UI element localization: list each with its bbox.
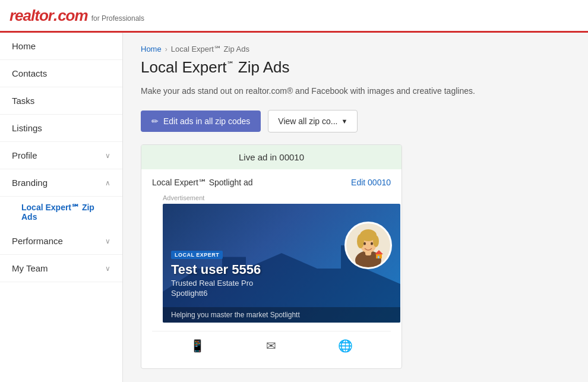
logo-dot: .	[53, 7, 58, 25]
chevron-down-icon: ∨	[105, 264, 110, 273]
sidebar-item-tasks-label: Tasks	[12, 96, 34, 106]
chevron-up-icon: ∧	[105, 179, 110, 187]
local-expert-badge: LOCAL EXPERT	[171, 251, 223, 259]
ad-tagline-line1: Trusted Real Estate Pro	[171, 279, 392, 288]
breadcrumb-current: Local Expert℠ Zip Ads	[171, 45, 249, 53]
sidebar-item-listings[interactable]: Listings	[0, 115, 122, 142]
spotlight-label: Local Expert℠ Spotlight ad	[152, 178, 253, 187]
ad-card: Live ad in 00010 Local Expert℠ Spotlight…	[141, 144, 402, 369]
email-icon[interactable]: ✉	[266, 339, 276, 353]
logo-for-professionals: for Professionals	[91, 14, 144, 23]
ad-footer-text: Helping you master the market Spotlightt	[163, 307, 400, 323]
pencil-icon: ✏	[151, 116, 159, 126]
breadcrumb: Home › Local Expert℠ Zip Ads	[141, 45, 570, 53]
sidebar: Home Contacts Tasks Listings Profile ∨ B…	[0, 33, 123, 382]
ad-image: LOCAL EXPERT Test user 5556 Trusted Real…	[163, 204, 400, 323]
ad-bottom-icons: 📱 ✉ 🌐	[152, 331, 391, 360]
sidebar-item-local-expert-zip-ads[interactable]: Local Expert℠ Zip Ads	[0, 197, 122, 228]
ad-tagline-line2: Spotlightt6	[171, 289, 392, 298]
sidebar-item-performance-label: Performance	[12, 236, 63, 246]
logo-realtor: realtor	[10, 7, 53, 25]
logo-com: com	[58, 7, 87, 25]
ad-banner-wrapper: Advertisement	[163, 194, 380, 323]
ad-card-row: Local Expert℠ Spotlight ad Edit 00010	[152, 178, 391, 187]
phone-icon[interactable]: 📱	[190, 339, 205, 353]
sidebar-item-branding[interactable]: Branding ∧	[0, 169, 122, 197]
sidebar-item-contacts-label: Contacts	[12, 68, 47, 78]
sidebar-item-home-label: Home	[12, 41, 36, 51]
chevron-down-icon: ∨	[105, 237, 110, 245]
live-ad-label: Live ad in 00010	[239, 152, 304, 162]
edit-zip-link[interactable]: Edit 00010	[351, 178, 391, 187]
sidebar-item-tasks[interactable]: Tasks	[0, 87, 122, 115]
page-description: Make your ads stand out on realtor.com® …	[141, 86, 570, 96]
edit-button-label: Edit ads in all zip codes	[163, 116, 250, 126]
view-button-label: View all zip co...	[278, 116, 337, 126]
ad-user-name: Test user 5556	[171, 263, 392, 277]
breadcrumb-home[interactable]: Home	[141, 45, 162, 53]
view-all-zip-codes-button[interactable]: View all zip co... ▼	[268, 110, 358, 132]
sidebar-item-performance[interactable]: Performance ∨	[0, 228, 122, 255]
chevron-down-icon: ∨	[105, 151, 110, 160]
ad-card-body: Local Expert℠ Spotlight ad Edit 00010 Ad…	[141, 169, 402, 368]
chevron-down-icon: ▼	[341, 118, 347, 125]
sidebar-sub-item-label: Local Expert℠ Zip Ads	[21, 203, 94, 222]
sidebar-item-home[interactable]: Home	[0, 33, 122, 60]
breadcrumb-separator: ›	[165, 45, 167, 53]
top-bar: realtor . com for Professionals	[0, 0, 588, 33]
sidebar-item-my-team-label: My Team	[12, 263, 48, 273]
sidebar-item-contacts[interactable]: Contacts	[0, 60, 122, 87]
action-bar: ✏ Edit ads in all zip codes View all zip…	[141, 110, 570, 132]
sidebar-item-profile-label: Profile	[12, 150, 37, 160]
content-area: Home › Local Expert℠ Zip Ads Local Exper…	[123, 33, 588, 382]
globe-icon[interactable]: 🌐	[338, 339, 353, 353]
ad-card-header: Live ad in 00010	[141, 145, 402, 169]
page-title: Local Expert℠ Zip Ads	[141, 58, 570, 77]
logo: realtor . com for Professionals	[10, 7, 144, 25]
sidebar-item-listings-label: Listings	[12, 123, 42, 133]
main-layout: Home Contacts Tasks Listings Profile ∨ B…	[0, 33, 588, 382]
sidebar-item-profile[interactable]: Profile ∨	[0, 142, 122, 169]
sidebar-item-branding-label: Branding	[12, 178, 48, 188]
edit-all-zip-codes-button[interactable]: ✏ Edit ads in all zip codes	[141, 111, 261, 132]
sidebar-item-my-team[interactable]: My Team ∨	[0, 255, 122, 282]
advertisement-label: Advertisement	[163, 194, 380, 201]
